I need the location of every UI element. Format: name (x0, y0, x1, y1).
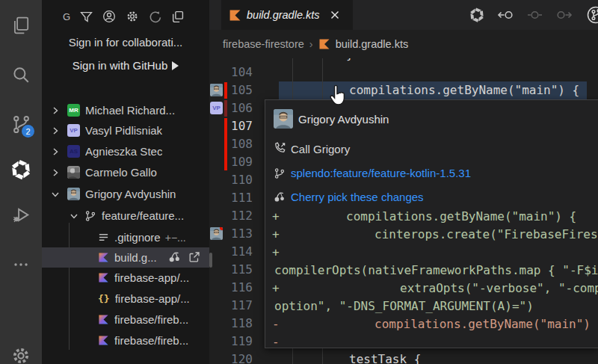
branch-row[interactable]: feature/feature... (42, 206, 209, 226)
change-marker (224, 82, 227, 99)
next-change-icon[interactable] (555, 7, 573, 23)
file-label: firebase-app/... (114, 271, 189, 284)
explorer-icon[interactable] (0, 7, 42, 43)
line-number: 108 (209, 135, 253, 153)
chevron-right-icon[interactable] (49, 147, 61, 156)
gutter-avatar-grigory[interactable] (210, 84, 223, 96)
debug-icon[interactable] (0, 197, 42, 233)
gitlive-pinwheel-icon[interactable] (0, 152, 42, 188)
line-number: 118 (209, 315, 253, 333)
current-change-icon[interactable] (526, 7, 543, 23)
diff-line-removed: compilations.getByName("main") { (374, 315, 598, 333)
gear-icon[interactable] (126, 10, 139, 23)
user-label: Carmelo Gallo (85, 166, 157, 179)
kotlin-file-icon (98, 314, 109, 325)
vscode-window: 2 G (0, 0, 598, 364)
tab-label: build.gradle.kts (247, 9, 320, 21)
file-label: firebase/fireb... (114, 334, 188, 347)
open-external-icon[interactable] (188, 251, 200, 264)
file-label: .gitignore (114, 231, 161, 244)
signin-message: Sign in for collaborati... (42, 36, 209, 49)
user-label: Vasyl Pidlisniak (85, 124, 162, 137)
gutter-avatar-grigory-2[interactable] (210, 227, 223, 240)
kotlin-file-icon (98, 252, 109, 263)
code-line: testTask { (349, 351, 421, 364)
user-label: Agnieszka Stec (85, 145, 162, 158)
call-grigory-button[interactable]: Call Grigory (291, 143, 350, 155)
gear-icon[interactable] (0, 338, 42, 364)
filter-icon[interactable] (80, 10, 93, 23)
source-control-icon[interactable]: 2 (0, 106, 42, 142)
previous-change-icon[interactable] (497, 7, 514, 23)
chevron-right-icon[interactable] (49, 106, 61, 115)
gutter-avatar-vp[interactable]: VP (210, 102, 223, 114)
close-icon[interactable] (330, 10, 340, 20)
file-row-build-gradle[interactable]: build.g... (42, 247, 209, 268)
chevron-right-icon[interactable] (49, 168, 61, 177)
change-marker (224, 118, 227, 170)
avatar-photo (67, 166, 80, 179)
sidebar-scrollbar-thumb[interactable] (209, 253, 212, 268)
line-number-current: 107 (209, 117, 253, 135)
editor-actions (469, 0, 598, 30)
diff-sign: - (272, 333, 280, 348)
line-number: 111 (209, 189, 253, 207)
cherry-pick-link[interactable]: Cherry pick these changes (291, 191, 424, 203)
avatar-initials: AS (67, 145, 80, 158)
line-number: 115 (209, 261, 253, 279)
chevron-down-icon[interactable] (49, 190, 61, 199)
copy-pages-icon[interactable] (171, 10, 184, 23)
line-number: 117 (209, 297, 253, 315)
file-row-firebase-app-2[interactable]: {} firebase-app/... (42, 289, 209, 309)
file-row-firebase-app-1[interactable]: firebase-app/... (42, 268, 209, 288)
avatar-photo (67, 188, 80, 200)
user-row-carmelo[interactable]: Carmelo Gallo (42, 162, 209, 182)
tooltip-avatar (274, 109, 293, 129)
file-row-firebase-1[interactable]: firebase/fireb... (42, 309, 209, 330)
signin-github-link[interactable]: Sign in with GitHub (42, 59, 209, 72)
diff-line-added: compilations.getByName("main") { (346, 208, 576, 226)
chevron-right-icon[interactable] (49, 126, 61, 135)
cherry-pick-icon (274, 191, 286, 203)
kotlin-file-icon (318, 38, 330, 50)
file-label: firebase-app/... (115, 292, 190, 305)
diff-sign: + (272, 226, 280, 244)
tab-build-gradle[interactable]: build.gradle.kts (221, 0, 353, 30)
refresh-icon[interactable] (149, 10, 161, 23)
avatar-initials: MR (67, 104, 80, 117)
user-row-vasyl[interactable]: VP Vasyl Pidlisniak (42, 120, 209, 141)
scm-badge: 2 (22, 125, 34, 138)
account-icon[interactable] (102, 10, 116, 23)
branch-link[interactable]: splendo:feature/feature-kotlin-1.5.31 (291, 167, 471, 179)
kotlin-file-icon (98, 335, 109, 346)
line-number: 120 (209, 351, 253, 364)
breadcrumb-separator: › (309, 38, 313, 50)
more-icon[interactable] (0, 247, 42, 283)
diff-sign: + (272, 208, 280, 226)
file-row-gitignore[interactable]: .gitignore +−... (42, 227, 209, 247)
chevron-down-icon[interactable] (68, 212, 80, 220)
user-row-michael[interactable]: MR Michael Richard... (42, 100, 209, 120)
cherry-pick-icon[interactable] (168, 251, 181, 264)
search-icon[interactable] (0, 57, 42, 93)
hand-cursor (326, 84, 350, 109)
file-label: build.g... (114, 251, 157, 264)
gitlive-pinwheel-icon[interactable] (469, 7, 485, 23)
avatar-initials: VP (67, 124, 80, 137)
file-row-firebase-2[interactable]: firebase/fireb... (42, 330, 209, 351)
change-marker-dark (224, 100, 227, 117)
user-label: Michael Richard... (85, 104, 175, 117)
diff-stats: +−... (165, 232, 186, 244)
branch-label: feature/feature... (102, 209, 184, 222)
diff-line-wrap: option", "-DNS_FORMAT_ARGUMENT(A)=") (274, 297, 534, 315)
user-row-grigory[interactable]: Grigory Avdyushin (42, 184, 209, 204)
breadcrumb-file[interactable]: build.gradle.kts (336, 38, 409, 50)
breadcrumb-folder[interactable]: firebase-firestore (223, 38, 304, 50)
diff-line-added: cinterops.create("FirebaseFirest (374, 226, 598, 244)
diff-sign: + (272, 280, 280, 297)
user-row-agnieszka[interactable]: AS Agnieszka Stec (42, 141, 209, 161)
diff-line-added: extraOpts("-verbose", "-comp (400, 280, 598, 297)
gitlive-hover-tooltip: Grigory Avdyushin Call Grigory splendo:f… (265, 99, 598, 348)
branch-circle-icon[interactable] (585, 4, 598, 26)
line-number: 104 (209, 64, 253, 81)
